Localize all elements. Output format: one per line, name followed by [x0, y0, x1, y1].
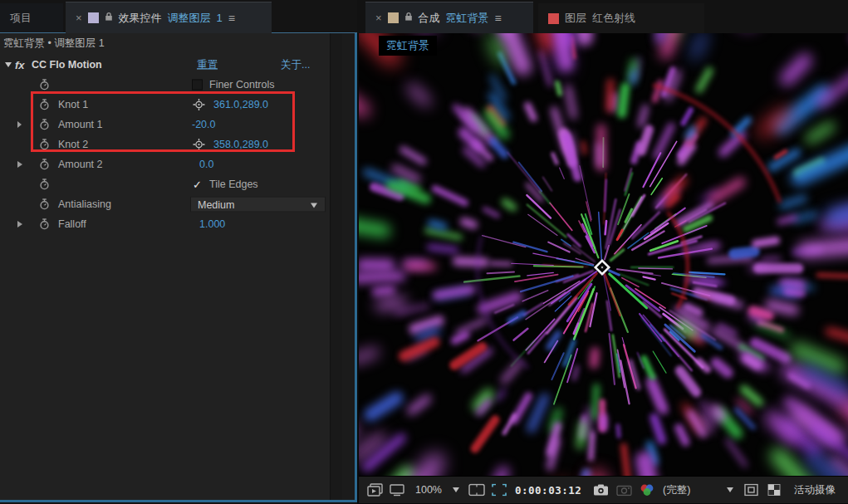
tab-composition-prefix: 合成 — [419, 11, 440, 26]
reset-link[interactable]: 重置 — [197, 58, 218, 72]
safe-margins-button[interactable] — [468, 484, 485, 497]
effect-header-row[interactable]: fx CC Flo Motion 重置 关于... — [0, 55, 330, 75]
target-region-icon[interactable] — [744, 484, 758, 497]
resolution-dropdown-icon[interactable] — [727, 487, 733, 492]
main-monitor-button[interactable] — [390, 483, 404, 497]
expand-arrow-icon[interactable] — [17, 221, 22, 228]
snapshot-camera-icon[interactable] — [593, 484, 609, 497]
property-row-antialiasing: Antialiasing Medium — [0, 194, 330, 214]
resolution-value[interactable]: (完整) — [663, 483, 690, 497]
stopwatch-icon[interactable] — [39, 79, 50, 91]
close-tab-icon[interactable]: × — [375, 12, 382, 24]
effect-controls-content: 霓虹背景 • 调整图层 1 fx CC Flo Motion 重置 关于... … — [0, 33, 357, 502]
stopwatch-icon[interactable] — [39, 218, 50, 230]
timecode-display[interactable]: 0:00:03:12 — [515, 484, 581, 497]
app-window: 项目 × 效果控件 调整图层 1 ≡ 霓虹背景 • 调整图层 1 fx — [0, 0, 848, 504]
finer-controls-checkbox[interactable] — [192, 80, 203, 91]
tile-edges-checkbox[interactable]: ✓ — [192, 179, 203, 190]
stopwatch-icon[interactable] — [39, 179, 50, 190]
tab-composition[interactable]: × 合成 霓虹背景 ≡ — [365, 2, 533, 33]
composition-viewer[interactable]: 霓虹背景 — [359, 33, 848, 476]
panel-menu-icon[interactable]: ≡ — [228, 12, 235, 25]
tab-effect-controls-target: 调整图层 — [168, 11, 211, 26]
highlight-rectangle — [31, 91, 295, 152]
viewer-toolbar: 100% 0:00:03:12 (完整) 活动摄像 — [359, 476, 848, 503]
tile-edges-label: Tile Edges — [209, 179, 258, 190]
falloff-value[interactable]: 1.000 — [199, 218, 225, 230]
composition-image — [359, 33, 848, 476]
magnification-value[interactable]: 100% — [415, 484, 442, 496]
transparency-grid-icon[interactable] — [767, 484, 781, 497]
about-link[interactable]: 关于... — [281, 58, 310, 72]
falloff-label: Falloff — [58, 218, 86, 230]
antialiasing-dropdown[interactable]: Medium — [190, 197, 326, 213]
layer-color-swatch — [548, 13, 559, 24]
stopwatch-icon[interactable] — [39, 159, 50, 170]
lock-icon — [105, 12, 113, 24]
right-tab-bar: × 合成 霓虹背景 ≡ 图层 红色射线 — [357, 0, 848, 33]
tab-layer[interactable]: 图层 红色射线 — [538, 3, 704, 33]
panel-right-gutter — [342, 33, 355, 500]
antialiasing-label: Antialiasing — [58, 198, 111, 210]
composition-panel: × 合成 霓虹背景 ≡ 图层 红色射线 霓虹背景 — [357, 0, 848, 504]
tab-layer-name: 红色射线 — [592, 11, 635, 26]
property-row-amount-2: Amount 2 0.0 — [0, 154, 330, 174]
magnification-dropdown-icon[interactable] — [453, 487, 459, 492]
tab-effect-controls[interactable]: × 效果控件 调整图层 1 ≡ — [66, 2, 272, 33]
composition-color-swatch — [388, 12, 399, 23]
adjustment-layer-color-swatch — [88, 12, 99, 23]
tab-layer-prefix: 图层 — [565, 11, 586, 26]
show-channels-icon[interactable] — [640, 483, 654, 497]
left-tab-bar: 项目 × 效果控件 调整图层 1 ≡ — [0, 0, 357, 33]
panel-menu-icon[interactable]: ≡ — [495, 12, 502, 25]
expand-arrow-icon[interactable] — [17, 121, 22, 128]
effect-controls-rows: 霓虹背景 • 调整图层 1 fx CC Flo Motion 重置 关于... … — [0, 33, 330, 500]
amount-2-value[interactable]: 0.0 — [199, 159, 213, 170]
composition-breadcrumb-label[interactable]: 霓虹背景 — [379, 36, 437, 56]
tab-composition-name: 霓虹背景 — [446, 11, 489, 26]
stopwatch-icon[interactable] — [39, 198, 50, 210]
show-snapshot-icon[interactable] — [616, 484, 632, 497]
region-of-interest-button[interactable] — [492, 484, 507, 497]
effect-controls-panel: 项目 × 效果控件 调整图层 1 ≡ 霓虹背景 • 调整图层 1 fx — [0, 0, 357, 504]
tab-project-label: 项目 — [10, 11, 32, 26]
collapse-arrow-icon[interactable] — [5, 62, 12, 67]
property-row-tile-edges: ✓ Tile Edges — [0, 174, 330, 194]
chevron-down-icon — [311, 203, 317, 208]
tab-effect-controls-target-num: 1 — [217, 12, 223, 24]
expand-arrow-icon[interactable] — [17, 161, 22, 168]
tab-project[interactable]: 项目 — [0, 3, 63, 33]
tab-effect-controls-title: 效果控件 — [119, 11, 162, 26]
property-row-falloff: Falloff 1.000 — [0, 214, 330, 234]
effect-control-point[interactable] — [593, 258, 611, 276]
scrollbar-track[interactable] — [330, 33, 343, 500]
always-preview-button[interactable] — [367, 483, 384, 497]
finer-controls-label: Finer Controls — [209, 79, 275, 91]
fx-badge: fx — [15, 59, 25, 71]
lock-icon — [404, 12, 413, 24]
antialiasing-value: Medium — [198, 198, 234, 210]
camera-view-value[interactable]: 活动摄像 — [794, 483, 836, 497]
close-tab-icon[interactable]: × — [76, 12, 82, 24]
amount-2-label: Amount 2 — [58, 159, 103, 170]
effect-name: CC Flo Motion — [32, 59, 102, 71]
effect-source-line: 霓虹背景 • 调整图层 1 — [3, 35, 327, 51]
